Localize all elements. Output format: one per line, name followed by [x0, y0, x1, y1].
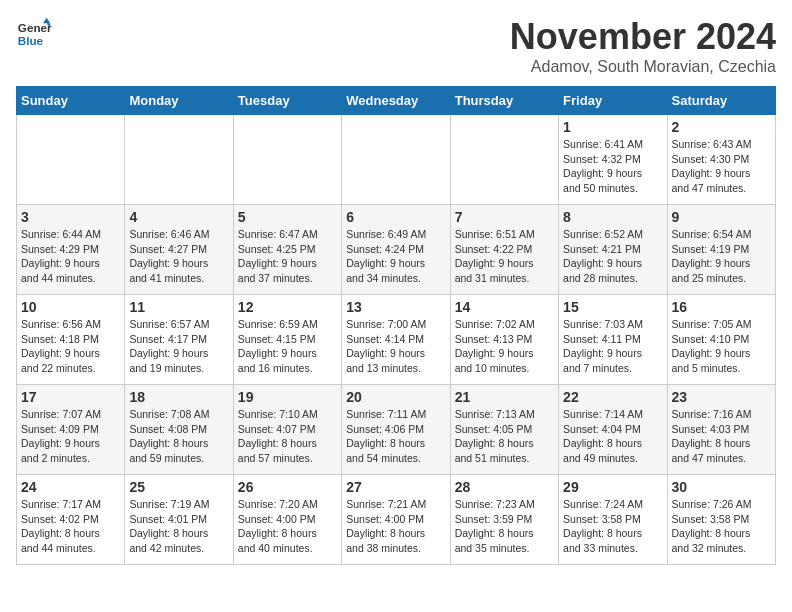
weekday-header: Saturday — [667, 87, 775, 115]
calendar-cell: 12Sunrise: 6:59 AM Sunset: 4:15 PM Dayli… — [233, 295, 341, 385]
calendar-cell: 15Sunrise: 7:03 AM Sunset: 4:11 PM Dayli… — [559, 295, 667, 385]
calendar-week-row: 17Sunrise: 7:07 AM Sunset: 4:09 PM Dayli… — [17, 385, 776, 475]
day-info: Sunrise: 7:20 AM Sunset: 4:00 PM Dayligh… — [238, 497, 337, 556]
logo-icon: General Blue — [16, 16, 52, 52]
logo: General Blue — [16, 16, 52, 52]
day-number: 16 — [672, 299, 771, 315]
day-info: Sunrise: 7:10 AM Sunset: 4:07 PM Dayligh… — [238, 407, 337, 466]
day-info: Sunrise: 7:23 AM Sunset: 3:59 PM Dayligh… — [455, 497, 554, 556]
calendar-cell: 17Sunrise: 7:07 AM Sunset: 4:09 PM Dayli… — [17, 385, 125, 475]
calendar-cell: 9Sunrise: 6:54 AM Sunset: 4:19 PM Daylig… — [667, 205, 775, 295]
day-number: 6 — [346, 209, 445, 225]
calendar-cell: 4Sunrise: 6:46 AM Sunset: 4:27 PM Daylig… — [125, 205, 233, 295]
calendar-cell: 27Sunrise: 7:21 AM Sunset: 4:00 PM Dayli… — [342, 475, 450, 565]
day-info: Sunrise: 7:13 AM Sunset: 4:05 PM Dayligh… — [455, 407, 554, 466]
day-number: 29 — [563, 479, 662, 495]
day-info: Sunrise: 7:00 AM Sunset: 4:14 PM Dayligh… — [346, 317, 445, 376]
day-info: Sunrise: 6:52 AM Sunset: 4:21 PM Dayligh… — [563, 227, 662, 286]
day-info: Sunrise: 7:21 AM Sunset: 4:00 PM Dayligh… — [346, 497, 445, 556]
day-info: Sunrise: 7:14 AM Sunset: 4:04 PM Dayligh… — [563, 407, 662, 466]
calendar-cell: 23Sunrise: 7:16 AM Sunset: 4:03 PM Dayli… — [667, 385, 775, 475]
calendar-cell: 5Sunrise: 6:47 AM Sunset: 4:25 PM Daylig… — [233, 205, 341, 295]
day-info: Sunrise: 7:02 AM Sunset: 4:13 PM Dayligh… — [455, 317, 554, 376]
day-info: Sunrise: 6:51 AM Sunset: 4:22 PM Dayligh… — [455, 227, 554, 286]
calendar-cell: 20Sunrise: 7:11 AM Sunset: 4:06 PM Dayli… — [342, 385, 450, 475]
day-number: 7 — [455, 209, 554, 225]
calendar-cell: 29Sunrise: 7:24 AM Sunset: 3:58 PM Dayli… — [559, 475, 667, 565]
day-number: 27 — [346, 479, 445, 495]
day-number: 19 — [238, 389, 337, 405]
calendar-cell: 1Sunrise: 6:41 AM Sunset: 4:32 PM Daylig… — [559, 115, 667, 205]
day-number: 12 — [238, 299, 337, 315]
calendar-cell: 16Sunrise: 7:05 AM Sunset: 4:10 PM Dayli… — [667, 295, 775, 385]
calendar-cell: 22Sunrise: 7:14 AM Sunset: 4:04 PM Dayli… — [559, 385, 667, 475]
day-number: 26 — [238, 479, 337, 495]
calendar-week-row: 24Sunrise: 7:17 AM Sunset: 4:02 PM Dayli… — [17, 475, 776, 565]
calendar-week-row: 3Sunrise: 6:44 AM Sunset: 4:29 PM Daylig… — [17, 205, 776, 295]
calendar-cell: 13Sunrise: 7:00 AM Sunset: 4:14 PM Dayli… — [342, 295, 450, 385]
calendar-cell: 24Sunrise: 7:17 AM Sunset: 4:02 PM Dayli… — [17, 475, 125, 565]
day-number: 5 — [238, 209, 337, 225]
weekday-header-row: SundayMondayTuesdayWednesdayThursdayFrid… — [17, 87, 776, 115]
day-number: 18 — [129, 389, 228, 405]
day-number: 9 — [672, 209, 771, 225]
day-number: 1 — [563, 119, 662, 135]
day-info: Sunrise: 6:44 AM Sunset: 4:29 PM Dayligh… — [21, 227, 120, 286]
calendar-cell: 7Sunrise: 6:51 AM Sunset: 4:22 PM Daylig… — [450, 205, 558, 295]
day-info: Sunrise: 7:08 AM Sunset: 4:08 PM Dayligh… — [129, 407, 228, 466]
day-info: Sunrise: 6:59 AM Sunset: 4:15 PM Dayligh… — [238, 317, 337, 376]
day-info: Sunrise: 7:05 AM Sunset: 4:10 PM Dayligh… — [672, 317, 771, 376]
calendar-cell — [450, 115, 558, 205]
calendar-cell: 11Sunrise: 6:57 AM Sunset: 4:17 PM Dayli… — [125, 295, 233, 385]
header: General Blue November 2024 Adamov, South… — [16, 16, 776, 76]
day-number: 30 — [672, 479, 771, 495]
day-number: 15 — [563, 299, 662, 315]
day-info: Sunrise: 6:46 AM Sunset: 4:27 PM Dayligh… — [129, 227, 228, 286]
day-info: Sunrise: 6:57 AM Sunset: 4:17 PM Dayligh… — [129, 317, 228, 376]
calendar-cell: 30Sunrise: 7:26 AM Sunset: 3:58 PM Dayli… — [667, 475, 775, 565]
calendar-cell: 19Sunrise: 7:10 AM Sunset: 4:07 PM Dayli… — [233, 385, 341, 475]
day-info: Sunrise: 7:24 AM Sunset: 3:58 PM Dayligh… — [563, 497, 662, 556]
day-number: 25 — [129, 479, 228, 495]
weekday-header: Thursday — [450, 87, 558, 115]
calendar-week-row: 1Sunrise: 6:41 AM Sunset: 4:32 PM Daylig… — [17, 115, 776, 205]
day-number: 14 — [455, 299, 554, 315]
calendar-cell: 26Sunrise: 7:20 AM Sunset: 4:00 PM Dayli… — [233, 475, 341, 565]
month-title: November 2024 — [510, 16, 776, 58]
day-info: Sunrise: 7:07 AM Sunset: 4:09 PM Dayligh… — [21, 407, 120, 466]
svg-text:Blue: Blue — [18, 34, 44, 47]
day-number: 17 — [21, 389, 120, 405]
title-block: November 2024 Adamov, South Moravian, Cz… — [510, 16, 776, 76]
day-info: Sunrise: 7:26 AM Sunset: 3:58 PM Dayligh… — [672, 497, 771, 556]
calendar-cell: 18Sunrise: 7:08 AM Sunset: 4:08 PM Dayli… — [125, 385, 233, 475]
calendar-cell: 14Sunrise: 7:02 AM Sunset: 4:13 PM Dayli… — [450, 295, 558, 385]
calendar-table: SundayMondayTuesdayWednesdayThursdayFrid… — [16, 86, 776, 565]
day-info: Sunrise: 6:54 AM Sunset: 4:19 PM Dayligh… — [672, 227, 771, 286]
day-number: 24 — [21, 479, 120, 495]
weekday-header: Sunday — [17, 87, 125, 115]
calendar-cell: 2Sunrise: 6:43 AM Sunset: 4:30 PM Daylig… — [667, 115, 775, 205]
day-info: Sunrise: 6:43 AM Sunset: 4:30 PM Dayligh… — [672, 137, 771, 196]
calendar-cell: 8Sunrise: 6:52 AM Sunset: 4:21 PM Daylig… — [559, 205, 667, 295]
weekday-header: Friday — [559, 87, 667, 115]
day-number: 2 — [672, 119, 771, 135]
day-info: Sunrise: 7:11 AM Sunset: 4:06 PM Dayligh… — [346, 407, 445, 466]
calendar-cell: 25Sunrise: 7:19 AM Sunset: 4:01 PM Dayli… — [125, 475, 233, 565]
day-number: 20 — [346, 389, 445, 405]
day-number: 10 — [21, 299, 120, 315]
day-number: 21 — [455, 389, 554, 405]
day-number: 22 — [563, 389, 662, 405]
day-info: Sunrise: 7:19 AM Sunset: 4:01 PM Dayligh… — [129, 497, 228, 556]
day-number: 13 — [346, 299, 445, 315]
calendar-cell — [342, 115, 450, 205]
day-number: 8 — [563, 209, 662, 225]
day-number: 11 — [129, 299, 228, 315]
day-number: 28 — [455, 479, 554, 495]
calendar-cell — [233, 115, 341, 205]
day-number: 3 — [21, 209, 120, 225]
weekday-header: Tuesday — [233, 87, 341, 115]
location-title: Adamov, South Moravian, Czechia — [510, 58, 776, 76]
day-info: Sunrise: 7:17 AM Sunset: 4:02 PM Dayligh… — [21, 497, 120, 556]
calendar-cell: 6Sunrise: 6:49 AM Sunset: 4:24 PM Daylig… — [342, 205, 450, 295]
day-info: Sunrise: 7:03 AM Sunset: 4:11 PM Dayligh… — [563, 317, 662, 376]
